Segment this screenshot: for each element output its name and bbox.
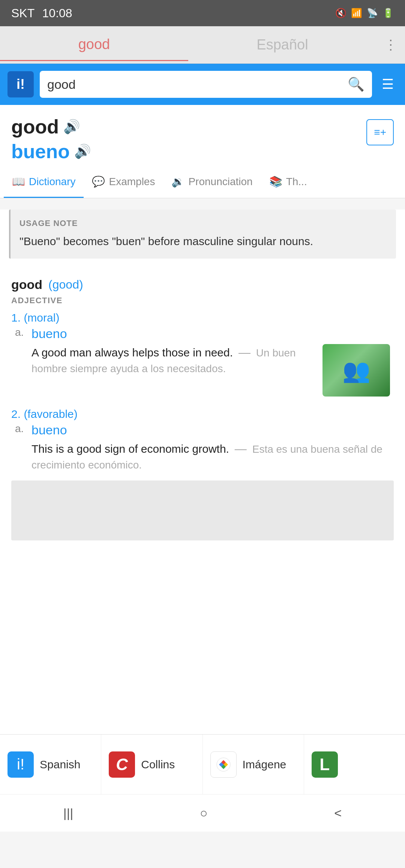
- sense-1-num: 1. (moral): [11, 311, 394, 324]
- dictionary-icon: 📖: [12, 175, 25, 188]
- bottom-item-imagene[interactable]: Imágene: [203, 735, 304, 794]
- recent-apps-button[interactable]: |||: [52, 802, 85, 824]
- spanish-audio-button[interactable]: 🔊: [74, 144, 91, 159]
- word-spanish: bueno 🔊: [11, 140, 91, 163]
- example-image-1a: [322, 344, 390, 397]
- sense-1a: a. bueno A good man always helps those i…: [11, 326, 394, 397]
- pronunciation-icon: 🔉: [171, 175, 184, 188]
- wifi-icon: 📶: [351, 8, 362, 18]
- bottom-app-bar: i! Spanish C Collins Imágene L: [0, 734, 405, 794]
- sense-1a-example: A good man always helps those in need. —…: [32, 344, 390, 397]
- app-logo: i!: [8, 71, 34, 97]
- sense-2a-content: bueno This is a good sign of economic gr…: [32, 423, 390, 473]
- content-area: USAGE NOTE "Bueno" becomes "buen" before…: [0, 210, 405, 734]
- carrier-label: SKT: [11, 6, 34, 20]
- imagene-app-label: Imágene: [243, 758, 286, 771]
- word-left: good 🔊 bueno 🔊: [11, 115, 91, 163]
- word-english: good 🔊: [11, 115, 91, 138]
- entry-pronunciation: (good): [48, 278, 83, 292]
- tab-examples[interactable]: 💬 Examples: [84, 166, 163, 198]
- status-carrier-time: SKT 10:08: [11, 6, 72, 20]
- l-app-icon: L: [312, 751, 338, 778]
- mute-icon: 🔇: [335, 8, 346, 18]
- search-bar: i! 🔍 ☰: [0, 64, 405, 105]
- spanish-app-label: Spanish: [40, 758, 80, 771]
- thesaurus-icon: 📚: [269, 175, 282, 188]
- example-en-1a: A good man always helps those in need.: [32, 346, 233, 359]
- tab-good[interactable]: good: [0, 29, 188, 61]
- sense-2a: a. bueno This is a good sign of economic…: [11, 423, 394, 473]
- tab-bar: good Español ⋮: [0, 26, 405, 64]
- ad-banner: [11, 480, 394, 540]
- sense-2: 2. (favorable) a. bueno This is a good s…: [0, 404, 405, 473]
- word-header: good 🔊 bueno 🔊 ≡+: [0, 105, 405, 166]
- usage-note-label: USAGE NOTE: [20, 218, 387, 228]
- signal-icon: 📡: [367, 8, 378, 18]
- home-button[interactable]: ○: [189, 802, 219, 824]
- collins-app-icon: C: [109, 751, 135, 778]
- search-input[interactable]: [47, 77, 348, 92]
- tab-thesaurus[interactable]: 📚 Th...: [261, 166, 315, 198]
- battery-icon: 🔋: [382, 8, 394, 18]
- bottom-item-collins[interactable]: C Collins: [101, 735, 202, 794]
- usage-note: USAGE NOTE "Bueno" becomes "buen" before…: [9, 210, 396, 259]
- example-text-2a: This is a good sign of economic growth. …: [32, 440, 390, 473]
- tab-espanol[interactable]: Español: [188, 29, 376, 60]
- back-button[interactable]: <: [323, 802, 353, 824]
- usage-note-text: "Bueno" becomes "buen" before masculine …: [20, 233, 387, 250]
- sense-2a-translation: bueno: [32, 423, 390, 437]
- sense-2-num: 2. (favorable): [11, 408, 394, 421]
- tab-menu-button[interactable]: ⋮: [376, 37, 405, 53]
- flashcard-button[interactable]: ≡+: [366, 119, 394, 145]
- search-input-wrapper[interactable]: 🔍: [40, 71, 372, 98]
- flashcard-icon: ≡+: [374, 126, 386, 138]
- status-time: 10:08: [42, 6, 72, 20]
- tab-pronunciation[interactable]: 🔉 Pronunciation: [163, 166, 261, 198]
- status-icons: 🔇 📶 📡 🔋: [335, 8, 394, 18]
- example-en-2a: This is a good sign of economic growth.: [32, 443, 229, 455]
- status-bar: SKT 10:08 🔇 📶 📡 🔋: [0, 0, 405, 26]
- hamburger-button[interactable]: ☰: [378, 73, 398, 96]
- english-audio-button[interactable]: 🔊: [63, 119, 80, 135]
- bottom-item-l[interactable]: L: [304, 735, 405, 794]
- entry-word: good: [11, 277, 42, 292]
- sense-1a-translation: bueno: [32, 326, 390, 341]
- sense-1: 1. (moral) a. bueno A good man always he…: [0, 308, 405, 397]
- search-icon[interactable]: 🔍: [348, 76, 364, 92]
- examples-icon: 💬: [92, 175, 105, 188]
- entry-header: good (good): [0, 270, 405, 293]
- example-text-1a: A good man always helps those in need. —…: [32, 344, 316, 397]
- sense-2a-label: a.: [15, 423, 26, 435]
- sense-1a-content: bueno A good man always helps those in n…: [32, 326, 390, 397]
- collins-app-label: Collins: [141, 758, 175, 771]
- part-of-speech: ADJECTIVE: [0, 293, 405, 308]
- tab-dictionary[interactable]: 📖 Dictionary: [4, 166, 84, 198]
- imagene-app-icon: [210, 751, 237, 778]
- bottom-item-spanish[interactable]: i! Spanish: [0, 735, 101, 794]
- sense-2a-example: This is a good sign of economic growth. …: [32, 440, 390, 473]
- spanish-app-icon: i!: [8, 751, 34, 778]
- sense-1a-label: a.: [15, 326, 26, 338]
- system-nav-bar: ||| ○ <: [0, 794, 405, 832]
- tab-navigation: 📖 Dictionary 💬 Examples 🔉 Pronunciation …: [0, 166, 405, 198]
